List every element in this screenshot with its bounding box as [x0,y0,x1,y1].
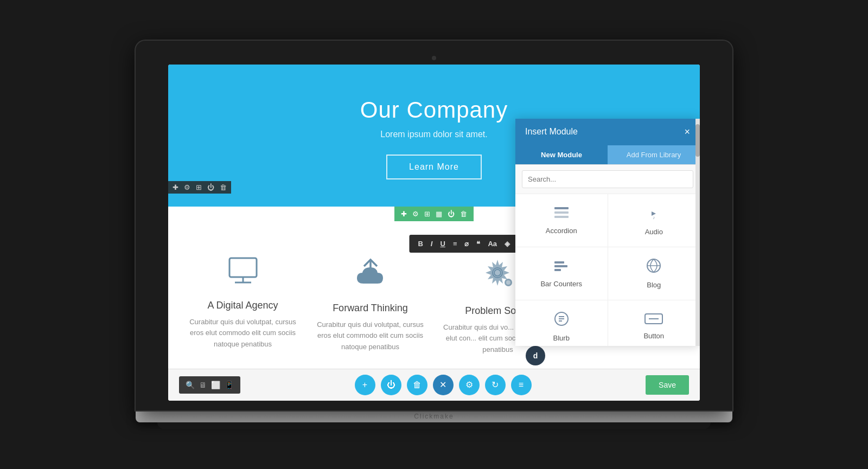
laptop-foot [157,422,711,429]
divi-logo-overlay: d [526,346,545,365]
module-button[interactable]: Button [608,300,700,346]
accordion-label: Accordion [546,227,577,235]
svg-rect-14 [554,269,561,271]
view-icons-group: 🔍 🖥 ⬜ 📱 [179,376,240,394]
row-disable-icon[interactable]: ⏻ [207,183,214,191]
monitor-icon [187,255,298,292]
panel-scrollbar[interactable] [695,119,700,346]
bar-counters-icon [554,259,569,275]
format-bold[interactable]: B [414,238,426,249]
search-input[interactable] [522,170,693,188]
power-action-button[interactable]: ⏻ [381,375,401,395]
format-italic[interactable]: I [427,238,436,249]
row-add-icon[interactable]: ✚ [173,183,178,191]
button-module-icon [644,313,663,327]
desktop-view-icon[interactable]: 🖥 [199,381,207,389]
camera [432,56,436,60]
format-special[interactable]: ◈ [501,238,513,249]
divi-logo: d [526,346,545,365]
module-grid: Accordion ♪ Audio [515,194,700,346]
section-disable-icon[interactable]: ⏻ [448,210,455,218]
section-delete-icon[interactable]: 🗑 [460,210,467,218]
row-clone-icon[interactable]: ⊞ [196,183,202,191]
format-link[interactable]: ⌀ [461,238,472,249]
svg-text:♪: ♪ [653,215,655,220]
svg-rect-13 [554,265,567,267]
audio-label: Audio [645,228,663,236]
blog-icon [646,258,661,277]
col2-text: Curabitur quis dui volutpat, cursus eros… [315,319,426,353]
col2-title: Forward Thinking [315,303,426,314]
format-font[interactable]: Aa [484,238,500,249]
svg-rect-9 [554,211,569,214]
format-underline[interactable]: U [437,238,448,249]
blog-label: Blog [647,281,661,289]
cloud-icon [315,255,426,294]
panel-scroll-thumb[interactable] [695,124,700,157]
bottom-bar: 🔍 🖥 ⬜ 📱 + ⏻ 🗑 ✕ ⚙ ↻ ≡ Save [168,369,700,401]
tab-new-module[interactable]: New Module [515,145,608,164]
row-settings-icon[interactable]: ⚙ [184,183,190,191]
add-action-button[interactable]: + [355,375,375,395]
laptop-base: Clickmake [136,410,732,422]
bar-counters-label: Bar Counters [540,280,582,288]
panel-title: Insert Module [525,127,578,137]
format-quote[interactable]: ❝ [473,238,483,249]
save-button[interactable]: Save [646,375,689,395]
panel-close-button[interactable]: × [684,126,690,138]
section-toolbar: ✚ ⚙ ⊞ ▦ ⏻ 🗑 [394,207,474,221]
screen-bezel: Our Company Lorem ipsum dolor sit amet. … [136,41,732,410]
search-view-icon[interactable]: 🔍 [186,381,195,389]
col1-title: A Digital Agency [187,300,298,311]
svg-point-7 [506,280,510,285]
learn-more-button[interactable]: Learn More [386,155,482,179]
column-1: A Digital Agency Curabitur quis dui volu… [179,245,307,367]
module-accordion[interactable]: Accordion [515,194,608,247]
audio-icon: ♪ [646,205,661,223]
section-settings-icon[interactable]: ⚙ [412,210,419,218]
text-format-bar: B I U ≡ ⌀ ❝ Aa ◈ ☰ [409,235,533,253]
format-align[interactable]: ≡ [450,238,461,249]
row-toolbar: ✚ ⚙ ⊞ ⏻ 🗑 [168,181,231,194]
undo-action-button[interactable]: ↻ [485,375,506,395]
action-buttons-group: + ⏻ 🗑 ✕ ⚙ ↻ ≡ [355,375,532,395]
blurb-label: Blurb [553,334,570,342]
tab-add-from-library[interactable]: Add From Library [608,145,700,164]
layout-action-button[interactable]: ≡ [511,375,532,395]
col1-text: Curabitur quis dui volutpat, cursus eros… [187,317,298,350]
column-2: Forward Thinking Curabitur quis dui volu… [307,245,434,367]
close-action-button[interactable]: ✕ [433,375,454,395]
section-add-icon[interactable]: ✚ [401,210,407,218]
module-audio[interactable]: ♪ Audio [608,194,700,247]
row-delete-icon[interactable]: 🗑 [220,183,227,191]
svg-rect-8 [554,207,569,209]
section-grid-icon[interactable]: ▦ [436,210,442,218]
svg-rect-0 [229,258,257,277]
section-clone-icon[interactable]: ⊞ [424,210,430,218]
screen: Our Company Lorem ipsum dolor sit amet. … [168,65,700,401]
module-blog[interactable]: Blog [608,247,700,300]
blurb-icon [554,311,569,330]
module-blurb[interactable]: Blurb [515,300,608,346]
settings-action-button[interactable]: ⚙ [459,375,480,395]
panel-header: Insert Module × [515,119,700,145]
laptop-container: Our Company Lorem ipsum dolor sit amet. … [136,41,732,429]
svg-rect-10 [554,216,569,218]
mobile-view-icon[interactable]: 📱 [225,381,234,389]
laptop-brand-label: Clickmake [414,413,454,420]
button-label: Button [643,332,664,340]
panel-tabs: New Module Add From Library [515,145,700,165]
accordion-icon [554,206,569,222]
svg-rect-12 [554,261,564,264]
insert-module-panel: Insert Module × New Module Add From Libr… [515,119,700,346]
delete-action-button[interactable]: 🗑 [407,375,427,395]
panel-search-area [515,165,700,194]
module-bar-counters[interactable]: Bar Counters [515,247,608,300]
tablet-view-icon[interactable]: ⬜ [211,381,220,389]
